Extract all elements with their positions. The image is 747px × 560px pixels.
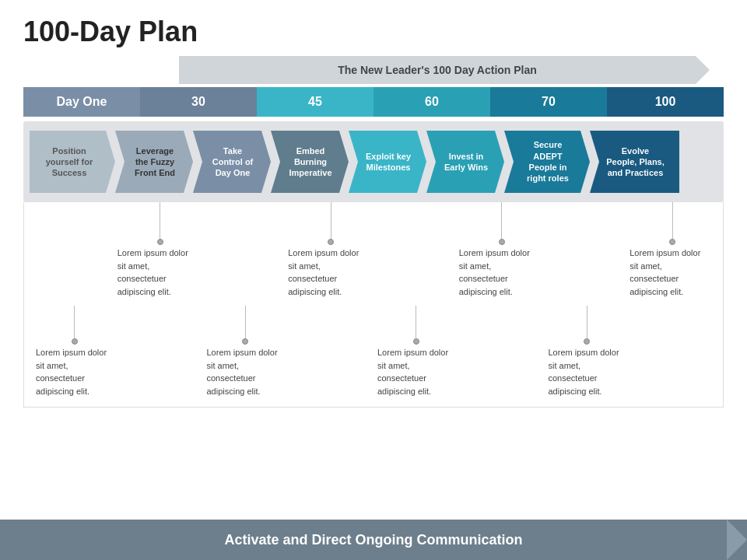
step-7: Secure ADEPT People in right roles [504,131,590,193]
bottom-text-3: Lorem ipsum dolor sit amet, consectetuer… [203,345,293,399]
bottom-bar: Activate and Direct Ongoing Communicatio… [0,520,747,560]
step-2: Leverage the Fuzzy Front End [115,131,193,193]
day-marker-45: 45 [257,87,374,117]
subtitle: The New Leader's 100 Day Action Plan [338,64,537,76]
bottom-bar-arrow-icon [727,520,747,560]
day-marker-70: 70 [490,87,607,117]
bottom-text-5: Lorem ipsum dolor sit amet, consectetuer… [374,345,463,399]
day-marker-dayone: Day One [23,87,140,117]
step-5: Exploit key Milestones [349,131,426,193]
bottom-text-7: Lorem ipsum dolor sit amet, consectetuer… [545,345,634,399]
page-title: 100-Day Plan [0,0,747,56]
top-text-8: Lorem ipsum dolor sit amet, consectetuer… [626,245,715,299]
day-marker-30: 30 [140,87,257,117]
top-text-6: Lorem ipsum dolor sit amet, consectetuer… [455,245,545,299]
top-text-4: Lorem ipsum dolor sit amet, consectetuer… [284,245,374,299]
day-marker-60: 60 [374,87,490,117]
step-8: Evolve People, Plans, and Practices [590,131,679,193]
top-text-2: Lorem ipsum dolor sit amet, consectetuer… [114,245,203,299]
step-4: Embed Burning Imperative [271,131,349,193]
step-6: Invest in Early Wins [426,131,504,193]
step-3: Take Control of Day One [193,131,271,193]
bottom-bar-text: Activate and Direct Ongoing Communicatio… [224,532,522,548]
bottom-text-1: Lorem ipsum dolor sit amet, consectetuer… [32,345,121,399]
day-marker-100: 100 [607,87,724,117]
step-1: Position yourself for Success [30,131,115,193]
